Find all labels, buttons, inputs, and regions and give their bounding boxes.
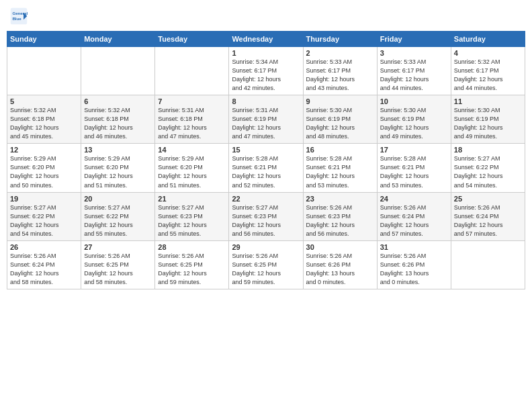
calendar-body: 1Sunrise: 5:34 AMSunset: 6:17 PMDaylight…	[7, 47, 525, 289]
day-info-line: Sunset: 6:22 PM	[10, 213, 55, 220]
day-info-line: Daylight: 12 hours	[306, 76, 355, 83]
day-info: Sunrise: 5:26 AMSunset: 6:26 PMDaylight:…	[306, 252, 374, 287]
day-info: Sunrise: 5:26 AMSunset: 6:26 PMDaylight:…	[380, 252, 448, 287]
day-info-line: and 46 minutes.	[84, 133, 127, 140]
day-info-line: and 44 minutes.	[454, 85, 497, 91]
day-info: Sunrise: 5:27 AMSunset: 6:22 PMDaylight:…	[454, 154, 522, 189]
day-info-line: and 55 minutes.	[158, 230, 201, 237]
day-info-line: Sunrise: 5:32 AM	[454, 58, 500, 65]
day-cell: 21Sunrise: 5:27 AMSunset: 6:23 PMDayligh…	[155, 192, 229, 240]
day-info-line: Sunset: 6:23 PM	[306, 213, 351, 220]
header-cell-sunday: Sunday	[7, 32, 81, 47]
day-cell: 1Sunrise: 5:34 AMSunset: 6:17 PMDaylight…	[229, 47, 303, 95]
day-info-line: and 56 minutes.	[232, 230, 275, 237]
day-number: 7	[158, 97, 226, 105]
day-cell: 6Sunrise: 5:32 AMSunset: 6:18 PMDaylight…	[81, 95, 155, 144]
day-info-line: Daylight: 12 hours	[454, 124, 503, 131]
day-number: 19	[10, 195, 78, 203]
day-info-line: Sunrise: 5:26 AM	[10, 253, 56, 259]
day-info: Sunrise: 5:26 AMSunset: 6:25 PMDaylight:…	[84, 252, 152, 287]
day-info: Sunrise: 5:26 AMSunset: 6:24 PMDaylight:…	[380, 203, 448, 238]
day-info-line: Sunrise: 5:30 AM	[306, 107, 353, 113]
day-cell: 14Sunrise: 5:29 AMSunset: 6:20 PMDayligh…	[155, 144, 229, 192]
day-info-line: Daylight: 12 hours	[84, 222, 133, 228]
day-info: Sunrise: 5:33 AMSunset: 6:17 PMDaylight:…	[306, 58, 374, 93]
day-cell: 20Sunrise: 5:27 AMSunset: 6:22 PMDayligh…	[81, 192, 155, 240]
day-number: 16	[306, 146, 374, 154]
day-number: 10	[380, 97, 448, 105]
day-info-line: Daylight: 12 hours	[10, 222, 59, 228]
day-info-line: Daylight: 12 hours	[232, 76, 281, 83]
day-info: Sunrise: 5:34 AMSunset: 6:17 PMDaylight:…	[232, 58, 300, 93]
day-info: Sunrise: 5:27 AMSunset: 6:22 PMDaylight:…	[10, 203, 78, 238]
day-number: 5	[10, 97, 78, 105]
day-info: Sunrise: 5:32 AMSunset: 6:18 PMDaylight:…	[10, 106, 78, 141]
week-row-3: 12Sunrise: 5:29 AMSunset: 6:20 PMDayligh…	[7, 144, 525, 192]
day-info-line: Daylight: 12 hours	[158, 124, 207, 131]
day-number: 4	[454, 49, 522, 57]
day-info-line: Sunset: 6:19 PM	[380, 116, 425, 122]
day-cell: 24Sunrise: 5:26 AMSunset: 6:24 PMDayligh…	[377, 192, 451, 240]
day-info-line: and 49 minutes.	[380, 133, 423, 140]
day-number: 24	[380, 195, 448, 203]
day-cell: 13Sunrise: 5:29 AMSunset: 6:20 PMDayligh…	[81, 144, 155, 192]
day-info-line: and 47 minutes.	[232, 133, 275, 140]
day-info-line: Daylight: 12 hours	[10, 124, 59, 131]
day-info-line: Sunset: 6:18 PM	[84, 116, 129, 122]
calendar-table: SundayMondayTuesdayWednesdayThursdayFrid…	[7, 31, 525, 289]
day-cell: 23Sunrise: 5:26 AMSunset: 6:23 PMDayligh…	[303, 192, 377, 240]
day-info-line: Daylight: 12 hours	[232, 270, 281, 277]
day-cell: 27Sunrise: 5:26 AMSunset: 6:25 PMDayligh…	[81, 240, 155, 289]
day-info: Sunrise: 5:29 AMSunset: 6:20 PMDaylight:…	[84, 154, 152, 189]
day-number: 11	[454, 97, 522, 105]
day-number: 15	[232, 146, 300, 154]
day-info-line: Sunset: 6:24 PM	[454, 213, 499, 220]
day-info-line: Sunrise: 5:28 AM	[232, 155, 278, 162]
day-info-line: Daylight: 12 hours	[158, 173, 207, 179]
day-info-line: Daylight: 12 hours	[158, 270, 207, 277]
day-info-line: Sunset: 6:22 PM	[454, 164, 499, 171]
day-cell: 15Sunrise: 5:28 AMSunset: 6:21 PMDayligh…	[229, 144, 303, 192]
day-number: 13	[84, 146, 152, 154]
day-info-line: Sunset: 6:17 PM	[454, 67, 499, 74]
day-cell: 19Sunrise: 5:27 AMSunset: 6:22 PMDayligh…	[7, 192, 81, 240]
day-info-line: and 50 minutes.	[10, 182, 53, 189]
day-number: 12	[10, 146, 78, 154]
day-info-line: Sunrise: 5:29 AM	[158, 155, 204, 162]
day-info-line: Sunset: 6:24 PM	[380, 213, 425, 220]
day-number: 1	[232, 49, 300, 57]
day-number: 20	[84, 195, 152, 203]
day-info: Sunrise: 5:32 AMSunset: 6:17 PMDaylight:…	[454, 58, 522, 93]
day-info-line: Daylight: 12 hours	[84, 270, 133, 277]
day-cell: 29Sunrise: 5:26 AMSunset: 6:25 PMDayligh…	[229, 240, 303, 289]
day-info-line: Sunset: 6:20 PM	[84, 164, 129, 171]
day-info-line: Daylight: 13 hours	[380, 270, 429, 277]
day-cell: 17Sunrise: 5:28 AMSunset: 6:21 PMDayligh…	[377, 144, 451, 192]
day-info: Sunrise: 5:30 AMSunset: 6:19 PMDaylight:…	[454, 106, 522, 141]
day-info-line: Daylight: 12 hours	[84, 124, 133, 131]
day-info-line: Sunset: 6:18 PM	[158, 116, 203, 122]
header-cell-monday: Monday	[81, 32, 155, 47]
header: General Blue	[7, 7, 525, 26]
day-info-line: Sunrise: 5:31 AM	[158, 107, 204, 113]
day-cell	[451, 240, 525, 289]
day-info-line: and 56 minutes.	[306, 230, 349, 237]
header-cell-friday: Friday	[377, 32, 451, 47]
day-number: 14	[158, 146, 226, 154]
svg-text:Blue: Blue	[12, 16, 21, 21]
day-info: Sunrise: 5:26 AMSunset: 6:25 PMDaylight:…	[158, 252, 226, 287]
day-info-line: Sunset: 6:26 PM	[306, 261, 351, 268]
day-number: 25	[454, 195, 522, 203]
day-info-line: Sunrise: 5:26 AM	[232, 253, 278, 259]
logo-icon: General Blue	[9, 7, 28, 26]
day-info-line: and 54 minutes.	[10, 230, 53, 237]
day-info: Sunrise: 5:31 AMSunset: 6:18 PMDaylight:…	[158, 106, 226, 141]
day-info-line: and 51 minutes.	[84, 182, 127, 189]
day-number: 31	[380, 243, 448, 251]
day-number: 6	[84, 97, 152, 105]
day-number: 30	[306, 243, 374, 251]
day-info-line: Sunset: 6:19 PM	[232, 116, 277, 122]
day-info: Sunrise: 5:32 AMSunset: 6:18 PMDaylight:…	[84, 106, 152, 141]
day-info-line: and 47 minutes.	[158, 133, 201, 140]
day-info: Sunrise: 5:26 AMSunset: 6:24 PMDaylight:…	[454, 203, 522, 238]
